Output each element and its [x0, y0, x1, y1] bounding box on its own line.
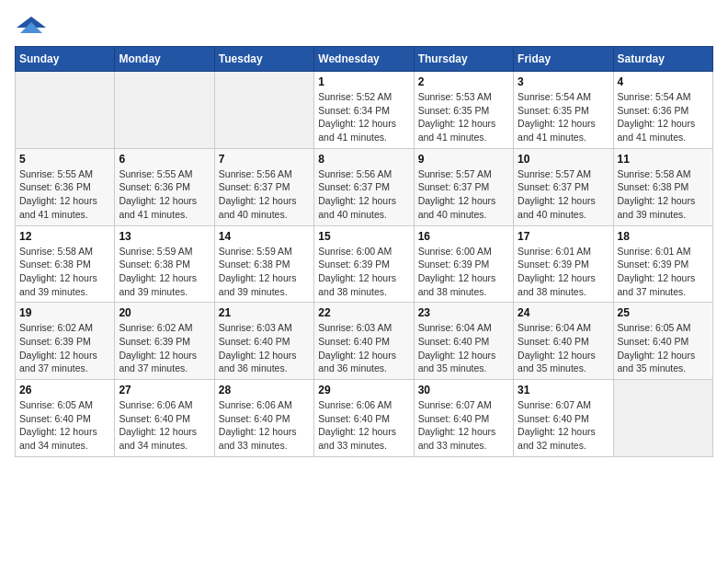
calendar-cell	[214, 72, 313, 149]
calendar-cell: 28Sunrise: 6:06 AM Sunset: 6:40 PM Dayli…	[214, 380, 313, 457]
calendar-cell: 24Sunrise: 6:04 AM Sunset: 6:40 PM Dayli…	[514, 303, 613, 380]
calendar-cell: 16Sunrise: 6:00 AM Sunset: 6:39 PM Dayli…	[414, 225, 513, 303]
day-detail: Sunrise: 6:04 AM Sunset: 6:40 PM Dayligh…	[418, 321, 509, 375]
calendar-cell	[613, 380, 712, 457]
calendar-cell: 6Sunrise: 5:55 AM Sunset: 6:36 PM Daylig…	[115, 148, 214, 225]
day-detail: Sunrise: 5:59 AM Sunset: 6:38 PM Dayligh…	[219, 245, 310, 299]
day-number: 20	[119, 306, 210, 319]
calendar-header-row: SundayMondayTuesdayWednesdayThursdayFrid…	[16, 47, 713, 72]
day-detail: Sunrise: 6:05 AM Sunset: 6:40 PM Dayligh…	[618, 321, 709, 375]
day-number: 19	[19, 306, 110, 319]
day-number: 21	[219, 306, 310, 319]
day-detail: Sunrise: 6:06 AM Sunset: 6:40 PM Dayligh…	[318, 398, 409, 453]
calendar-week-row: 26Sunrise: 6:05 AM Sunset: 6:40 PM Dayli…	[16, 380, 713, 457]
day-number: 28	[219, 384, 310, 396]
day-number: 17	[518, 230, 609, 243]
day-detail: Sunrise: 5:52 AM Sunset: 6:34 PM Dayligh…	[318, 90, 409, 144]
calendar-week-row: 1Sunrise: 5:52 AM Sunset: 6:34 PM Daylig…	[16, 72, 713, 149]
calendar-cell: 22Sunrise: 6:03 AM Sunset: 6:40 PM Dayli…	[314, 303, 414, 380]
page-header	[15, 15, 713, 37]
calendar-cell: 29Sunrise: 6:06 AM Sunset: 6:40 PM Dayli…	[314, 380, 414, 457]
logo	[15, 15, 51, 37]
calendar-cell: 20Sunrise: 6:02 AM Sunset: 6:39 PM Dayli…	[115, 303, 214, 380]
day-number: 1	[318, 75, 409, 88]
day-detail: Sunrise: 6:02 AM Sunset: 6:39 PM Dayligh…	[119, 321, 210, 375]
day-detail: Sunrise: 6:00 AM Sunset: 6:39 PM Dayligh…	[318, 245, 409, 299]
day-detail: Sunrise: 5:57 AM Sunset: 6:37 PM Dayligh…	[518, 167, 609, 222]
day-detail: Sunrise: 6:04 AM Sunset: 6:40 PM Dayligh…	[518, 321, 609, 375]
day-number: 27	[119, 384, 210, 396]
day-number: 24	[518, 306, 609, 319]
day-detail: Sunrise: 6:00 AM Sunset: 6:39 PM Dayligh…	[418, 245, 509, 299]
calendar-cell: 8Sunrise: 5:56 AM Sunset: 6:37 PM Daylig…	[314, 148, 414, 225]
day-detail: Sunrise: 6:05 AM Sunset: 6:40 PM Dayligh…	[19, 398, 110, 453]
calendar-cell	[115, 72, 214, 149]
calendar-cell: 14Sunrise: 5:59 AM Sunset: 6:38 PM Dayli…	[214, 225, 313, 303]
day-detail: Sunrise: 5:54 AM Sunset: 6:36 PM Dayligh…	[618, 90, 709, 144]
calendar-cell: 30Sunrise: 6:07 AM Sunset: 6:40 PM Dayli…	[414, 380, 513, 457]
day-number: 13	[119, 230, 210, 243]
day-number: 10	[518, 153, 609, 166]
day-number: 15	[318, 230, 409, 243]
day-detail: Sunrise: 6:02 AM Sunset: 6:39 PM Dayligh…	[19, 321, 110, 375]
day-of-week-header: Sunday	[16, 47, 115, 72]
calendar-cell: 27Sunrise: 6:06 AM Sunset: 6:40 PM Dayli…	[115, 380, 214, 457]
day-detail: Sunrise: 5:56 AM Sunset: 6:37 PM Dayligh…	[219, 167, 310, 222]
calendar-cell: 4Sunrise: 5:54 AM Sunset: 6:36 PM Daylig…	[613, 72, 712, 149]
calendar-cell: 13Sunrise: 5:59 AM Sunset: 6:38 PM Dayli…	[115, 225, 214, 303]
day-detail: Sunrise: 5:58 AM Sunset: 6:38 PM Dayligh…	[19, 245, 110, 299]
day-number: 30	[418, 384, 509, 396]
day-number: 22	[318, 306, 409, 319]
day-of-week-header: Tuesday	[214, 47, 313, 72]
day-number: 6	[119, 153, 210, 166]
day-detail: Sunrise: 6:07 AM Sunset: 6:40 PM Dayligh…	[418, 398, 509, 453]
day-of-week-header: Thursday	[414, 47, 513, 72]
day-number: 3	[518, 75, 609, 88]
day-detail: Sunrise: 5:58 AM Sunset: 6:38 PM Dayligh…	[618, 167, 709, 222]
calendar-cell: 3Sunrise: 5:54 AM Sunset: 6:35 PM Daylig…	[514, 72, 613, 149]
calendar-table: SundayMondayTuesdayWednesdayThursdayFrid…	[15, 46, 713, 457]
day-number: 7	[219, 153, 310, 166]
day-number: 14	[219, 230, 310, 243]
day-detail: Sunrise: 6:06 AM Sunset: 6:40 PM Dayligh…	[119, 398, 210, 453]
day-detail: Sunrise: 5:54 AM Sunset: 6:35 PM Dayligh…	[518, 90, 609, 144]
day-detail: Sunrise: 5:55 AM Sunset: 6:36 PM Dayligh…	[119, 167, 210, 222]
day-number: 2	[418, 75, 509, 88]
day-of-week-header: Wednesday	[314, 47, 414, 72]
day-number: 4	[618, 75, 709, 88]
calendar-cell: 18Sunrise: 6:01 AM Sunset: 6:39 PM Dayli…	[613, 225, 712, 303]
calendar-cell: 31Sunrise: 6:07 AM Sunset: 6:40 PM Dayli…	[514, 380, 613, 457]
day-detail: Sunrise: 5:53 AM Sunset: 6:35 PM Dayligh…	[418, 90, 509, 144]
day-number: 8	[318, 153, 409, 166]
day-detail: Sunrise: 6:01 AM Sunset: 6:39 PM Dayligh…	[618, 245, 709, 299]
day-number: 11	[618, 153, 709, 166]
calendar-cell: 17Sunrise: 6:01 AM Sunset: 6:39 PM Dayli…	[514, 225, 613, 303]
calendar-cell: 9Sunrise: 5:57 AM Sunset: 6:37 PM Daylig…	[414, 148, 513, 225]
day-detail: Sunrise: 5:55 AM Sunset: 6:36 PM Dayligh…	[19, 167, 110, 222]
calendar-week-row: 5Sunrise: 5:55 AM Sunset: 6:36 PM Daylig…	[16, 148, 713, 225]
day-detail: Sunrise: 5:59 AM Sunset: 6:38 PM Dayligh…	[119, 245, 210, 299]
calendar-cell: 19Sunrise: 6:02 AM Sunset: 6:39 PM Dayli…	[16, 303, 115, 380]
calendar-cell: 21Sunrise: 6:03 AM Sunset: 6:40 PM Dayli…	[214, 303, 313, 380]
day-number: 29	[318, 384, 409, 396]
calendar-cell: 10Sunrise: 5:57 AM Sunset: 6:37 PM Dayli…	[514, 148, 613, 225]
day-detail: Sunrise: 6:07 AM Sunset: 6:40 PM Dayligh…	[518, 398, 609, 453]
calendar-week-row: 12Sunrise: 5:58 AM Sunset: 6:38 PM Dayli…	[16, 225, 713, 303]
day-of-week-header: Monday	[115, 47, 214, 72]
day-number: 12	[19, 230, 110, 243]
calendar-cell: 23Sunrise: 6:04 AM Sunset: 6:40 PM Dayli…	[414, 303, 513, 380]
calendar-cell: 5Sunrise: 5:55 AM Sunset: 6:36 PM Daylig…	[16, 148, 115, 225]
calendar-cell: 15Sunrise: 6:00 AM Sunset: 6:39 PM Dayli…	[314, 225, 414, 303]
day-detail: Sunrise: 6:01 AM Sunset: 6:39 PM Dayligh…	[518, 245, 609, 299]
day-number: 23	[418, 306, 509, 319]
calendar-cell: 26Sunrise: 6:05 AM Sunset: 6:40 PM Dayli…	[16, 380, 115, 457]
day-number: 5	[19, 153, 110, 166]
day-detail: Sunrise: 5:57 AM Sunset: 6:37 PM Dayligh…	[418, 167, 509, 222]
calendar-cell: 12Sunrise: 5:58 AM Sunset: 6:38 PM Dayli…	[16, 225, 115, 303]
calendar-cell: 7Sunrise: 5:56 AM Sunset: 6:37 PM Daylig…	[214, 148, 313, 225]
day-detail: Sunrise: 6:03 AM Sunset: 6:40 PM Dayligh…	[318, 321, 409, 375]
calendar-cell	[16, 72, 115, 149]
day-detail: Sunrise: 6:06 AM Sunset: 6:40 PM Dayligh…	[219, 398, 310, 453]
day-number: 9	[418, 153, 509, 166]
day-number: 26	[19, 384, 110, 396]
